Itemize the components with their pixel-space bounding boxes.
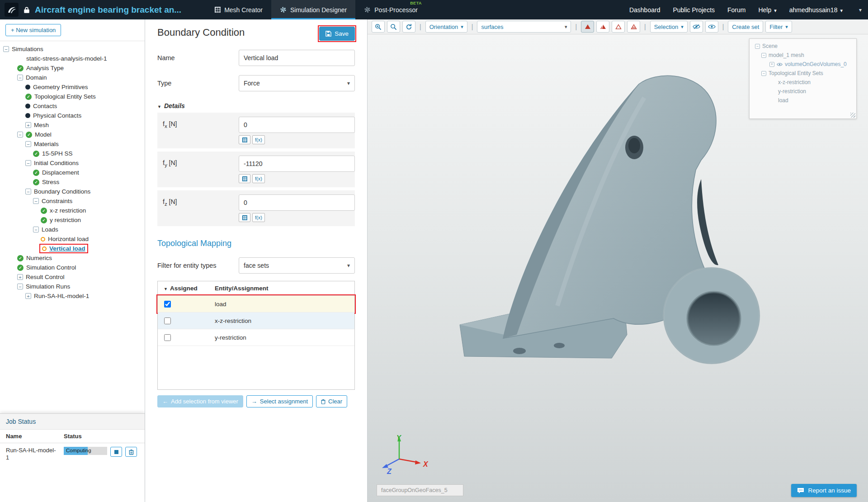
nav-public-projects[interactable]: Public Projects xyxy=(673,6,715,14)
add-selection-button[interactable]: Add selection from viewer xyxy=(157,395,243,407)
sidebar-item-model[interactable]: Model xyxy=(0,130,145,139)
scene-tree-panel[interactable]: Scene model_1 mesh volumeOnGeoVolumes_0 … xyxy=(749,38,857,119)
assigned-column-header[interactable]: Assigned xyxy=(158,285,207,292)
load-checkbox[interactable] xyxy=(164,301,171,308)
refresh-view-button[interactable] xyxy=(402,21,415,33)
sidebar-item-topological-entity-sets[interactable]: Topological Entity Sets xyxy=(0,92,145,101)
expand-icon[interactable] xyxy=(769,62,774,67)
force-x-input[interactable] xyxy=(239,117,355,133)
orientation-dropdown[interactable]: Orientation xyxy=(425,21,467,33)
scene-tree-item-scene[interactable]: Scene xyxy=(751,42,854,51)
sidebar-item-displacement[interactable]: Displacement xyxy=(0,168,145,177)
render-mode-select[interactable]: surfaces xyxy=(477,21,571,33)
scene-tree-item-xz-restriction[interactable]: x-z-restriction xyxy=(751,78,854,87)
collapse-icon[interactable] xyxy=(17,75,23,81)
sidebar-item-15-5ph-ss[interactable]: 15-5PH SS xyxy=(0,149,145,158)
stop-job-button[interactable] xyxy=(110,447,122,457)
zoom-window-button[interactable] xyxy=(372,21,385,33)
sidebar-item-numerics[interactable]: Numerics xyxy=(0,253,145,263)
save-button[interactable]: Save xyxy=(319,27,355,41)
scene-tree-item-topological-entity-sets[interactable]: Topological Entity Sets xyxy=(751,69,854,78)
sidebar-item-y-restriction[interactable]: y restriction xyxy=(0,215,145,225)
table-input-button[interactable] xyxy=(239,174,250,183)
entity-filter-select[interactable]: face sets xyxy=(239,257,355,274)
viewer-3d[interactable]: | Orientation | surfaces | | Selection |… xyxy=(368,19,868,502)
name-input[interactable] xyxy=(239,50,355,66)
sidebar-item-xz-restriction[interactable]: x-z restriction xyxy=(0,206,145,215)
collapse-icon[interactable] xyxy=(3,46,9,52)
pick-face-button[interactable] xyxy=(596,21,609,33)
zoom-fit-button[interactable] xyxy=(387,21,400,33)
pick-node-button[interactable] xyxy=(627,21,640,33)
tab-simulation-designer[interactable]: Simulation Designer xyxy=(271,0,355,19)
tab-mesh-creator[interactable]: Mesh Creator xyxy=(206,0,271,19)
y-restriction-checkbox[interactable] xyxy=(164,334,171,341)
sidebar-item-simulations[interactable]: Simulations xyxy=(0,44,145,54)
sidebar-item-stress[interactable]: Stress xyxy=(0,177,145,187)
collapse-icon[interactable] xyxy=(17,132,23,137)
sidebar-item-analysis-type[interactable]: Analysis Type xyxy=(0,63,145,73)
collapse-icon[interactable] xyxy=(755,44,760,49)
delete-job-button[interactable] xyxy=(125,447,137,457)
assignment-row-xz-restriction[interactable]: x-z-restriction xyxy=(158,313,354,329)
scene-tree-item-y-restriction[interactable]: y-restriction xyxy=(751,87,854,96)
sidebar-item-geometry-primitives[interactable]: Geometry Primitives xyxy=(0,82,145,92)
tab-post-processor[interactable]: Post-Processor BETA xyxy=(355,0,426,19)
report-issue-button[interactable]: Report an issue xyxy=(791,484,857,497)
table-input-button[interactable] xyxy=(239,135,250,144)
scene-tree-item-model-1-mesh[interactable]: model_1 mesh xyxy=(751,51,854,60)
table-input-button[interactable] xyxy=(239,213,250,222)
collapse-icon[interactable] xyxy=(25,141,31,147)
sidebar-item-simulation-control[interactable]: Simulation Control xyxy=(0,263,145,272)
selection-dropdown[interactable]: Selection xyxy=(650,21,688,33)
type-select[interactable]: Force xyxy=(239,75,355,91)
expand-icon[interactable] xyxy=(17,274,23,280)
sidebar-item-static-stress-analysis[interactable]: static-stress-analysis-model-1 xyxy=(0,54,145,63)
formula-input-button[interactable]: f(x) xyxy=(252,174,265,183)
window-menu-caret[interactable]: ▾ xyxy=(859,7,862,13)
sidebar-item-horizontal-load[interactable]: Horizontal load xyxy=(0,234,145,244)
filter-dropdown[interactable]: Filter xyxy=(765,21,792,33)
sidebar-item-result-control[interactable]: Result Control xyxy=(0,272,145,282)
sidebar-item-simulation-runs[interactable]: Simulation Runs xyxy=(0,282,145,291)
sidebar-item-constraints[interactable]: Constraints xyxy=(0,196,145,206)
xz-restriction-checkbox[interactable] xyxy=(164,317,171,324)
sidebar-item-loads[interactable]: Loads xyxy=(0,225,145,234)
collapse-icon[interactable] xyxy=(17,284,23,289)
new-simulation-button[interactable]: + New simulation xyxy=(5,24,61,36)
sidebar-item-contacts[interactable]: Contacts xyxy=(0,101,145,111)
assignment-row-y-restriction[interactable]: y-restriction xyxy=(158,329,354,346)
scene-tree-item-volume[interactable]: volumeOnGeoVolumes_0 xyxy=(751,60,854,69)
details-section-header[interactable]: Details xyxy=(157,102,355,109)
collapse-icon[interactable] xyxy=(761,71,766,76)
collapse-icon[interactable] xyxy=(33,198,39,204)
expand-icon[interactable] xyxy=(25,122,31,128)
sidebar-item-materials[interactable]: Materials xyxy=(0,139,145,149)
clear-button[interactable]: Clear xyxy=(316,395,347,407)
formula-input-button[interactable]: f(x) xyxy=(252,213,265,222)
sidebar-item-boundary-conditions[interactable]: Boundary Conditions xyxy=(0,187,145,196)
sidebar-item-physical-contacts[interactable]: Physical Contacts xyxy=(0,111,145,120)
sidebar-item-domain[interactable]: Domain xyxy=(0,73,145,82)
collapse-icon[interactable] xyxy=(761,53,766,58)
app-logo[interactable] xyxy=(5,3,19,17)
user-menu[interactable]: ahmedhussain18 xyxy=(789,6,843,14)
sidebar-item-run-sa-hl-model-1[interactable]: Run-SA-HL-model-1 xyxy=(0,291,145,301)
collapse-icon[interactable] xyxy=(33,227,39,232)
hide-selected-button[interactable] xyxy=(690,21,703,33)
formula-input-button[interactable]: f(x) xyxy=(252,135,265,144)
force-y-input[interactable] xyxy=(239,156,355,172)
pick-edge-button[interactable] xyxy=(612,21,625,33)
select-assignment-button[interactable]: Select assignment xyxy=(246,395,313,407)
expand-icon[interactable] xyxy=(25,293,31,299)
sidebar-item-vertical-load[interactable]: Vertical load xyxy=(0,244,145,253)
nav-dashboard[interactable]: Dashboard xyxy=(629,6,660,14)
collapse-icon[interactable] xyxy=(25,160,31,166)
force-z-input[interactable] xyxy=(239,194,355,211)
pick-volume-button[interactable] xyxy=(581,21,594,33)
create-set-button[interactable]: Create set xyxy=(728,21,763,33)
nav-help-menu[interactable]: Help xyxy=(758,6,776,14)
sidebar-item-mesh[interactable]: Mesh xyxy=(0,120,145,130)
assignment-row-load[interactable]: load xyxy=(158,296,354,313)
show-all-button[interactable] xyxy=(705,21,718,33)
